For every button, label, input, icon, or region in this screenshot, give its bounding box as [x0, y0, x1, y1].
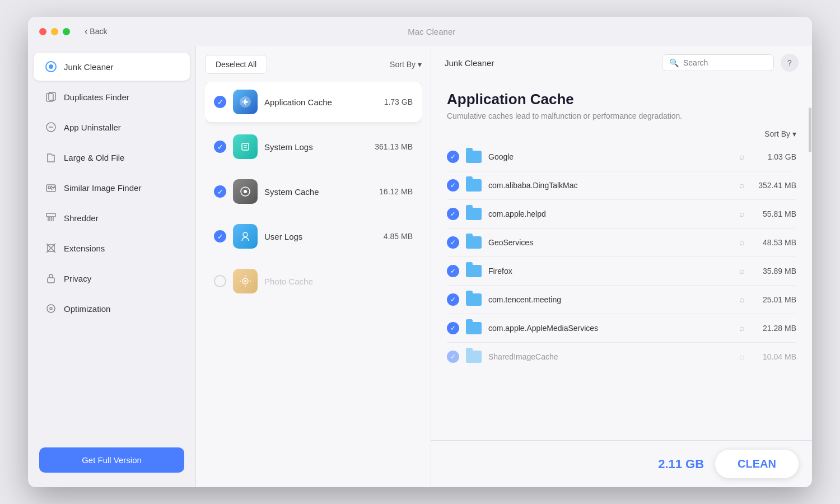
detail-area: Application Cache Cumulative caches lead…	[431, 80, 812, 440]
checkbox-system-cache[interactable]: ✓	[214, 185, 226, 198]
sidebar-item-label: Shredder	[64, 213, 99, 223]
file-search-geoservices[interactable]: ⌕	[739, 237, 745, 248]
sidebar-item-similar-image-finder[interactable]: Similar Image Finder	[34, 174, 190, 202]
sidebar-item-extensions[interactable]: Extensions	[34, 234, 190, 262]
file-check-geoservices[interactable]: ✓	[447, 236, 459, 249]
sidebar-item-label: Large & Old File	[64, 153, 124, 162]
sidebar-item-label: Extensions	[64, 244, 105, 253]
file-check-google[interactable]: ✓	[447, 151, 459, 163]
file-search-helpd[interactable]: ⌕	[739, 209, 745, 219]
detail-sort-by[interactable]: Sort By ▾	[447, 129, 796, 138]
title-bar: ‹ Back Mac Cleaner	[28, 17, 812, 46]
folder-icon-tencent	[466, 293, 482, 306]
bottom-bar: 2.11 GB CLEAN	[431, 440, 812, 487]
sidebar-item-junk-cleaner[interactable]: Junk Cleaner	[34, 53, 190, 81]
scrollbar-track[interactable]	[808, 80, 812, 440]
clean-button[interactable]: CLEAN	[715, 450, 799, 478]
similar-image-icon	[45, 181, 57, 194]
junk-item-system-logs[interactable]: ✓ System Logs 361.13 MB	[205, 127, 422, 167]
junk-item-photo-cache[interactable]: Photo Cache	[205, 261, 422, 301]
junk-item-name: System Logs	[264, 142, 368, 152]
file-check-firefox[interactable]: ✓	[447, 265, 459, 277]
detail-description: Cumulative caches lead to malfunction or…	[447, 111, 796, 120]
file-row-google[interactable]: ✓ Google ⌕ 1.03 GB	[447, 143, 796, 171]
svg-point-20	[244, 280, 246, 282]
search-input[interactable]	[683, 58, 767, 67]
file-search-applemedia[interactable]: ⌕	[739, 323, 745, 333]
file-search-google[interactable]: ⌕	[739, 152, 745, 162]
file-row-geoservices[interactable]: ✓ GeoServices ⌕ 48.53 MB	[447, 228, 796, 257]
privacy-icon	[45, 272, 57, 284]
sidebar-item-large-old-file[interactable]: Large & Old File	[34, 143, 190, 171]
sidebar-item-privacy[interactable]: Privacy	[34, 264, 190, 292]
file-name-tencent: com.tencent.meeting	[488, 295, 732, 304]
junk-item-system-cache[interactable]: ✓ System Cache 16.12 MB	[205, 171, 422, 212]
file-search-firefox[interactable]: ⌕	[739, 266, 745, 276]
file-search-sharedimage[interactable]: ⌕	[739, 352, 745, 362]
file-size-dingtalk: 352.41 MB	[752, 181, 796, 190]
file-check-dingtalk[interactable]: ✓	[447, 179, 459, 192]
junk-item-size-sys-logs: 361.13 MB	[375, 142, 413, 151]
junk-item-user-logs[interactable]: ✓ User Logs 4.85 MB	[205, 216, 422, 256]
checkbox-user-logs[interactable]: ✓	[214, 230, 226, 242]
user-logs-icon	[233, 224, 258, 249]
sidebar-item-optimization[interactable]: Optimization	[34, 295, 190, 323]
sidebar-item-shredder[interactable]: Shredder	[34, 204, 190, 232]
file-size-helpd: 55.81 MB	[752, 209, 796, 218]
deselect-all-button[interactable]: Deselect All	[205, 55, 267, 74]
minimize-button[interactable]	[51, 28, 58, 35]
app-cache-icon	[233, 90, 258, 114]
right-header-section-title: Junk Cleaner	[445, 58, 494, 68]
sort-by-dropdown[interactable]: Sort By ▾	[390, 60, 422, 69]
junk-list: ✓ Application Cache 1.73 GB	[205, 82, 422, 478]
file-size-applemedia: 21.28 MB	[752, 324, 796, 333]
junk-item-size-app-cache: 1.73 GB	[384, 97, 413, 106]
sidebar-item-label: Junk Cleaner	[64, 62, 113, 72]
help-button[interactable]: ?	[781, 54, 799, 72]
file-row-dingtalk[interactable]: ✓ com.alibaba.DingTalkMac ⌕ 352.41 MB	[447, 171, 796, 200]
file-row-applemedia[interactable]: ✓ com.apple.AppleMediaServices ⌕ 21.28 M…	[447, 314, 796, 343]
file-check-tencent[interactable]: ✓	[447, 293, 459, 306]
file-row-firefox[interactable]: ✓ Firefox ⌕ 35.89 MB	[447, 257, 796, 286]
checkbox-app-cache[interactable]: ✓	[214, 96, 226, 108]
folder-icon-geoservices	[466, 236, 482, 249]
sidebar-item-app-uninstaller[interactable]: App Uninstaller	[34, 113, 190, 141]
file-search-dingtalk[interactable]: ⌕	[739, 180, 745, 190]
file-size-firefox: 35.89 MB	[752, 267, 796, 276]
file-search-tencent[interactable]: ⌕	[739, 295, 745, 305]
file-name-google: Google	[488, 152, 732, 161]
folder-icon-google	[466, 151, 482, 163]
photo-cache-icon	[233, 269, 258, 293]
file-row-helpd[interactable]: ✓ com.apple.helpd ⌕ 55.81 MB	[447, 200, 796, 228]
folder-icon-firefox	[466, 265, 482, 277]
scrollbar-thumb	[809, 108, 811, 152]
search-box[interactable]: 🔍	[662, 54, 774, 71]
svg-rect-8	[46, 213, 55, 217]
extensions-icon	[45, 242, 57, 254]
junk-item-app-cache[interactable]: ✓ Application Cache 1.73 GB	[205, 82, 422, 122]
sidebar: Junk Cleaner Duplicates Finder	[28, 46, 196, 487]
file-row-sharedimage[interactable]: ✓ SharedImageCache ⌕ 10.04 MB	[447, 343, 796, 371]
close-button[interactable]	[39, 28, 46, 35]
file-name-applemedia: com.apple.AppleMediaServices	[488, 324, 732, 333]
file-check-helpd[interactable]: ✓	[447, 208, 459, 220]
sort-by-chevron-icon: ▾	[418, 60, 422, 69]
checkbox-system-logs[interactable]: ✓	[214, 141, 226, 153]
file-check-sharedimage[interactable]: ✓	[447, 351, 459, 363]
duplicates-icon	[45, 91, 57, 103]
sidebar-item-duplicates-finder[interactable]: Duplicates Finder	[34, 83, 190, 111]
main-content: Junk Cleaner Duplicates Finder	[28, 46, 812, 487]
get-full-version-button[interactable]: Get Full Version	[39, 447, 184, 473]
optimization-icon	[45, 302, 57, 315]
file-size-geoservices: 48.53 MB	[752, 238, 796, 247]
svg-point-17	[244, 190, 247, 193]
app-title: Mac Cleaner	[62, 27, 801, 36]
detail-title: Application Cache	[447, 91, 796, 108]
sys-cache-icon	[233, 179, 258, 204]
svg-point-11	[47, 305, 55, 312]
checkbox-photo-cache[interactable]	[214, 275, 226, 287]
file-row-tencent[interactable]: ✓ com.tencent.meeting ⌕ 25.01 MB	[447, 286, 796, 314]
file-check-applemedia[interactable]: ✓	[447, 322, 459, 334]
junk-cleaner-icon	[45, 60, 57, 73]
svg-rect-13	[242, 143, 249, 150]
